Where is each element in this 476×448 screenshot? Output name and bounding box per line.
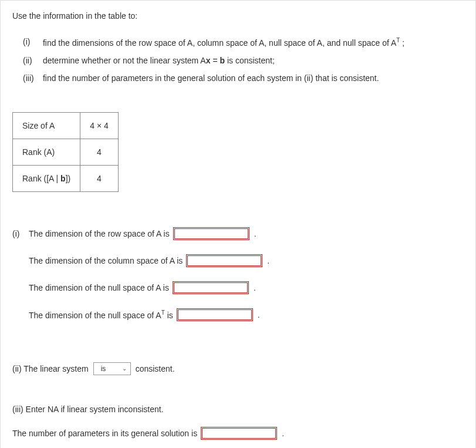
task-i-num: (i) bbox=[23, 37, 40, 46]
null-space-a-label: The dimension of the null space of A is bbox=[29, 283, 169, 292]
data-table: Size of A 4 × 4 Rank (A) 4 Rank ([A | b]… bbox=[12, 112, 119, 192]
null-space-at-input[interactable] bbox=[177, 308, 253, 321]
answer-column-space: The dimension of the column space of A i… bbox=[12, 254, 464, 267]
part-iii-row: The number of parameters in its general … bbox=[12, 427, 464, 440]
row-space-label: The dimension of the row space of A is bbox=[29, 229, 170, 238]
cell-rank-ab-bold: b bbox=[60, 174, 66, 183]
answers-part-i: (i) The dimension of the row space of A … bbox=[12, 227, 464, 321]
part-iii-note: (iii) Enter NA if linear system inconsis… bbox=[12, 405, 464, 414]
task-i: (i) find the dimensions of the row space… bbox=[23, 37, 464, 48]
task-iii-num: (iii) bbox=[23, 73, 40, 83]
task-list: (i) find the dimensions of the row space… bbox=[12, 37, 464, 83]
task-ii-bold2: b bbox=[220, 56, 225, 65]
cell-size-value: 4 × 4 bbox=[80, 112, 119, 139]
answer-row-space: (i) The dimension of the row space of A … bbox=[12, 227, 464, 240]
task-ii: (ii) determine whether or not the linear… bbox=[23, 56, 464, 65]
null-space-at-label-a: The dimension of the null space of A bbox=[29, 310, 161, 319]
chevron-down-icon: ⌄ bbox=[122, 365, 127, 372]
table-row: Rank ([A | b]) 4 bbox=[13, 165, 119, 191]
task-iii: (iii) find the number of parameters in t… bbox=[23, 73, 464, 83]
task-ii-text-c: is consistent; bbox=[225, 56, 275, 65]
period: . bbox=[282, 429, 284, 438]
period: . bbox=[254, 283, 256, 292]
row-space-input[interactable] bbox=[173, 227, 249, 240]
null-space-at-label-b: is bbox=[165, 310, 173, 319]
num-params-label: The number of parameters in its general … bbox=[12, 429, 197, 438]
part-ii-trail: consistent. bbox=[136, 364, 175, 373]
task-ii-text: determine whether or not the linear syst… bbox=[43, 56, 275, 65]
cell-rank-ab-value: 4 bbox=[80, 165, 119, 191]
period: . bbox=[258, 310, 260, 319]
null-space-a-input[interactable] bbox=[173, 281, 249, 294]
task-i-text: find the dimensions of the row space of … bbox=[43, 38, 404, 48]
answers-i-lead: (i) bbox=[12, 229, 29, 238]
column-space-label: The dimension of the column space of A i… bbox=[29, 256, 183, 265]
num-params-input[interactable] bbox=[201, 427, 277, 440]
task-ii-text-b: = bbox=[211, 56, 220, 65]
cell-rank-ab-label: Rank ([A | b]) bbox=[13, 165, 80, 191]
column-space-input[interactable] bbox=[186, 254, 262, 267]
period: . bbox=[267, 256, 269, 265]
task-ii-bold1: x bbox=[206, 56, 211, 65]
answer-null-space-a: The dimension of the null space of A is … bbox=[12, 281, 464, 294]
task-i-text-b: ; bbox=[400, 38, 404, 48]
cell-rank-ab-label-a: Rank ([A | bbox=[22, 174, 60, 183]
task-ii-num: (ii) bbox=[23, 56, 40, 65]
intro-text: Use the information in the table to: bbox=[12, 11, 464, 21]
answer-null-space-at: The dimension of the null space of AT is… bbox=[12, 308, 464, 321]
table-row: Rank (A) 4 bbox=[13, 139, 119, 165]
period: . bbox=[254, 229, 256, 238]
cell-size-label: Size of A bbox=[13, 112, 80, 139]
part-ii-lead: (ii) The linear system bbox=[12, 364, 89, 373]
cell-rank-ab-label-b: ]) bbox=[66, 174, 71, 183]
table-row: Size of A 4 × 4 bbox=[13, 112, 119, 139]
null-space-at-label: The dimension of the null space of AT is bbox=[29, 309, 173, 320]
task-ii-text-a: determine whether or not the linear syst… bbox=[43, 56, 206, 65]
task-i-text-a: find the dimensions of the row space of … bbox=[43, 38, 396, 48]
cell-rank-a-label: Rank (A) bbox=[13, 139, 80, 165]
cell-rank-a-value: 4 bbox=[80, 139, 119, 165]
task-iii-text: find the number of parameters in the gen… bbox=[43, 73, 379, 83]
part-ii-row: (ii) The linear system is ⌄ consistent. bbox=[12, 362, 464, 375]
consistency-select[interactable]: is ⌄ bbox=[93, 362, 131, 375]
select-value: is bbox=[101, 365, 106, 373]
